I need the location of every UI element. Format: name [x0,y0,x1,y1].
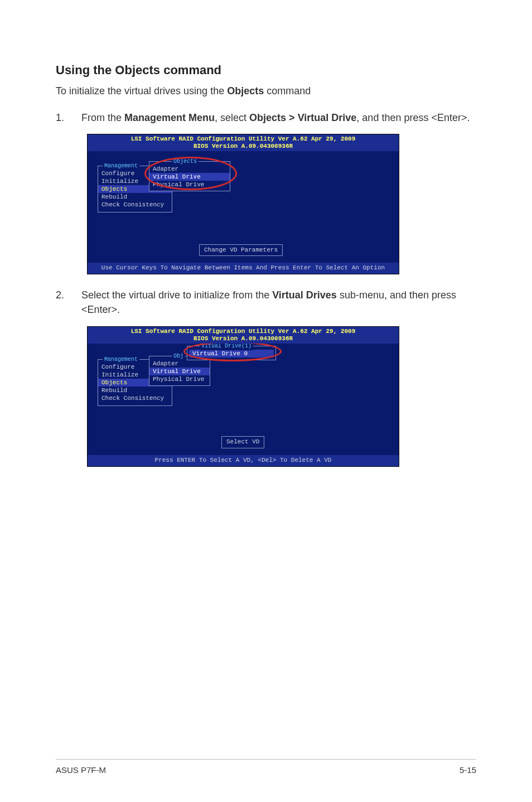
virtual-drive-list-panel: Vitual Drive(1) Virtual Drive 0 [187,346,276,360]
bios-title-line2: BIOS Version A.09.04300936R [90,143,396,150]
step1-pre: From the [81,112,124,123]
bios-title-line1: LSI Software RAID Configuration Utility … [90,136,396,143]
mgmt2-item-check-consistency[interactable]: Check Consistency [98,394,172,402]
objects-item-virtual-drive[interactable]: Virtual Drive [149,173,230,181]
step-2-number: 2. [56,288,66,320]
mgmt-item-check-consistency[interactable]: Check Consistency [98,201,172,209]
objects-legend: Objects [172,158,199,166]
vd-list-legend: Vitual Drive(1) [200,344,253,351]
step-2-text: Select the virtual drive to initialize f… [81,288,476,317]
obj2-item-adapter[interactable]: Adapter [149,360,210,368]
bios-body-1: Management Configure Initialize Objects … [88,151,399,263]
objects-menu-panel: Objects Adapter Virtual Drive Physical D… [149,161,230,191]
bios-title-bar: LSI Software RAID Configuration Utility … [88,134,399,151]
section-heading: Using the Objects command [56,61,476,79]
intro-pre: To initialize the virtual drives using t… [56,85,227,96]
obj-stub-panel: Obj Adapter Virtual Drive Physical Drive [149,356,210,386]
intro-paragraph: To initialize the virtual drives using t… [56,84,476,98]
step2-pre: Select the virtual drive to initialize f… [81,289,272,301]
bios-body-2: Management Configure Initialize Objects … [88,344,399,455]
bios-footer-2: Press ENTER To Select A VD, <Del> To Del… [88,455,399,466]
vd-item-0[interactable]: Virtual Drive 0 [189,350,274,357]
step1-post: , and then press <Enter>. [356,112,470,123]
bios-screenshot-1: LSI Software RAID Configuration Utility … [87,134,399,274]
objects-item-physical-drive[interactable]: Physical Drive [149,181,230,189]
management-legend: Management [103,162,139,171]
step-1-text: From the Management Menu, select Objects… [81,110,476,125]
footer-left: ASUS P7F-M [56,764,106,776]
intro-post: command [264,85,311,96]
bios-title-bar-2: LSI Software RAID Configuration Utility … [88,327,399,344]
step1-mid: , select [215,112,249,123]
mgmt2-item-rebuild[interactable]: Rebuild [98,386,172,394]
obj-stub-legend: Obj [172,352,185,361]
hint-select-vd: Select VD [221,436,264,448]
step2-b1: Virtual Drives [272,289,337,301]
footer-right: 5-15 [460,764,476,776]
step-1-number: 1. [56,110,66,128]
step1-b2: Objects > Virtual Drive [249,112,356,123]
step-1: 1. From the Management Menu, select Obje… [56,110,476,128]
obj2-item-virtual-drive[interactable]: Virtual Drive [149,368,210,375]
bios-screenshot-2: LSI Software RAID Configuration Utility … [87,326,399,467]
page-footer: ASUS P7F-M 5-15 [56,759,476,776]
objects-item-adapter[interactable]: Adapter [149,165,230,173]
bios-title2-line2: BIOS Version A.09.04300936R [90,335,396,342]
management-legend-2: Management [103,356,139,364]
bios-title2-line1: LSI Software RAID Configuration Utility … [90,328,396,335]
hint-change-vd: Change VD Parameters [199,244,283,257]
step-2: 2. Select the virtual drive to initializ… [56,288,476,320]
mgmt-item-rebuild[interactable]: Rebuild [98,193,172,201]
step1-b1: Management Menu [124,112,215,123]
bios-footer-1: Use Cursor Keys To Navigate Between Item… [88,263,399,274]
obj2-item-physical-drive[interactable]: Physical Drive [149,375,210,383]
intro-bold: Objects [227,85,264,96]
